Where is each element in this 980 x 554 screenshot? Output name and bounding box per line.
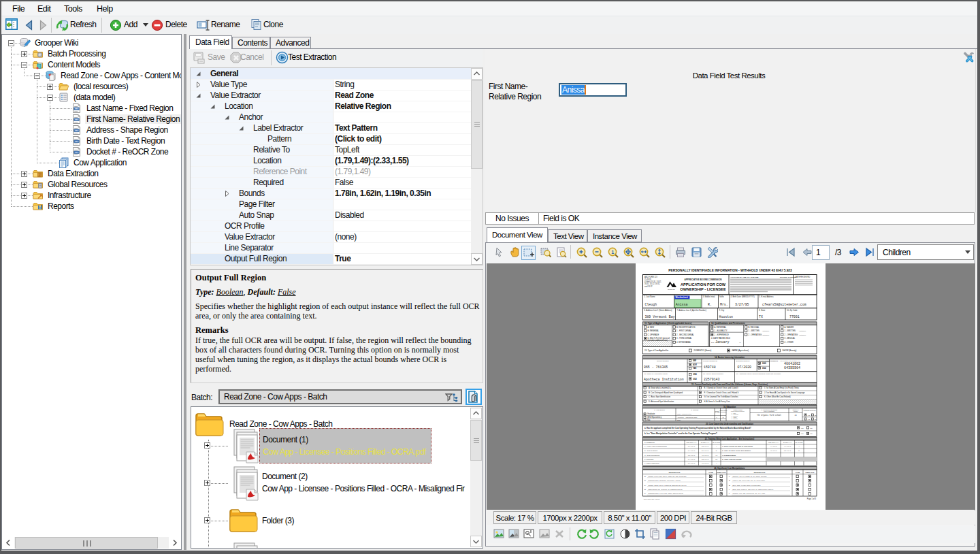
svg-text:AGR: AGR bbox=[693, 363, 697, 366]
svg-text:07/2016: 07/2016 bbox=[688, 455, 696, 457]
svg-text:2 - Cow Systems: 2 - Cow Systems bbox=[644, 450, 658, 452]
svg-text:ABC FORM 123 (7-2016): ABC FORM 123 (7-2016) bbox=[643, 498, 660, 500]
svg-text:a. High School: a. High School bbox=[654, 409, 665, 411]
svg-text:g.: g. bbox=[729, 480, 731, 482]
svg-text:2 - EXPERIENCE: 2 - EXPERIENCE bbox=[715, 333, 729, 336]
svg-text:13: 13 bbox=[715, 455, 718, 457]
svg-text:1. Last Name: 1. Last Name bbox=[644, 295, 655, 298]
svg-text:DESCRIPTION: DESCRIPTION bbox=[669, 472, 681, 474]
svg-text:Facility Docket Numbers: Facility Docket Numbers bbox=[758, 360, 779, 362]
svg-text:10. Zip Code: 10. Zip Code bbox=[787, 309, 798, 312]
svg-text:17. Additional Facility Docke: 17. Additional Facility Docket Numbers (… bbox=[736, 373, 781, 375]
svg-text:Anissa: Anissa bbox=[676, 303, 688, 306]
svg-text:(Category): (Category) bbox=[799, 334, 806, 336]
svg-text:12. Qualifications and Permis: 12. Qualifications and Permissions bbox=[711, 322, 745, 325]
svg-text:B. RENEWAL: B. RENEWAL bbox=[648, 329, 659, 332]
svg-text:22579143: 22579143 bbox=[704, 378, 720, 381]
svg-text:ABC FORM 123: ABC FORM 123 bbox=[644, 276, 657, 278]
svg-text:4. Birth Date: (MM/DD/YYYY): 4. Birth Date: (MM/DD/YYYY) bbox=[731, 295, 755, 298]
svg-text:1 - FIRST DENIAL: 1 - FIRST DENIAL bbox=[676, 329, 692, 332]
svg-text:060: 060 bbox=[762, 362, 766, 365]
svg-text:43 EHU 53.31, 53.32,: 43 EHU 53.31, 53.32, bbox=[644, 280, 662, 283]
svg-text:Demonstrated excellent udder m: Demonstrated excellent udder manipulatio… bbox=[649, 493, 684, 495]
svg-text:TAN: TAN bbox=[693, 367, 696, 370]
svg-text:FARM (Agriculture): FARM (Agriculture) bbox=[732, 349, 749, 352]
svg-text:ABC BOVINE: ABC BOVINE bbox=[668, 289, 676, 290]
svg-text:8. State: 8. State bbox=[759, 309, 766, 312]
svg-text:16. Name of Applicant's Facil: 16. Name of Applicant's Facility bbox=[644, 373, 668, 375]
svg-text:A. Know what a mammal is.: A. Know what a mammal is. bbox=[649, 387, 671, 389]
svg-text:FARM: FARM bbox=[796, 472, 800, 473]
svg-text:04/2016: 04/2016 bbox=[688, 459, 696, 461]
svg-text:Timely and efficient use of cu: Timely and efficient use of cultivator bbox=[733, 480, 766, 482]
svg-text:052: 052 bbox=[693, 378, 698, 380]
svg-text:BPD: BPD bbox=[711, 342, 715, 343]
svg-text:C. UPGRADE: C. UPGRADE bbox=[648, 333, 659, 336]
svg-text:GED Equivalency: GED Equivalency bbox=[647, 416, 662, 419]
svg-text:OWNERSHIP - LICENSEE: OWNERSHIP - LICENSEE bbox=[680, 287, 726, 291]
svg-text:c.: c. bbox=[644, 485, 646, 487]
svg-text:Agriculture - Agribusiness Mgm: Agriculture - Agribusiness Mgmt bbox=[677, 417, 698, 418]
svg-text:SHOW (Beauty): SHOW (Beauty) bbox=[783, 349, 797, 352]
svg-text:Stacker skills shown to be abo: Stacker skills shown to be about average bbox=[733, 476, 768, 478]
svg-text:5 - Doctoral: 5 - Doctoral bbox=[732, 418, 738, 419]
svg-text:46641062: 46641062 bbox=[784, 362, 800, 366]
svg-text:Type of Training: Type of Training bbox=[764, 410, 774, 412]
svg-text:License Number(s): License Number(s) bbox=[703, 360, 717, 362]
svg-text:Docket Number: Docket Number bbox=[657, 360, 669, 362]
svg-text:20. Cow Ownership Understandi: 20. Cow Ownership Understanding and Qual… bbox=[706, 423, 753, 425]
svg-text:A. NEW: A. NEW bbox=[648, 326, 655, 329]
svg-text:FARM: FARM bbox=[708, 472, 713, 473]
svg-text:16. Education: 16. Education bbox=[723, 406, 736, 408]
svg-text:03/2017: 03/2017 bbox=[702, 459, 709, 461]
svg-text:Certificate Received: Certificate Received bbox=[804, 410, 816, 411]
svg-text:4. DATE PASSED BCD: 4. DATE PASSED BCD bbox=[711, 337, 730, 340]
svg-text:cfears58@sitemeter.com: cfears58@sitemeter.com bbox=[762, 303, 806, 306]
svg-text:159748: 159748 bbox=[704, 365, 716, 369]
svg-text:11. Type of Application (Chec: 11. Type of Application (Check applicabl… bbox=[644, 322, 691, 325]
svg-text:Westborland: Westborland bbox=[675, 296, 687, 299]
svg-text:06/2016: 06/2016 bbox=[702, 450, 709, 452]
svg-text:24: 24 bbox=[794, 414, 797, 417]
svg-text:050: 050 bbox=[693, 373, 698, 376]
svg-text:64395964: 64395964 bbox=[784, 366, 800, 370]
svg-text:28: 28 bbox=[715, 459, 718, 461]
svg-text:Page 1 of 3: Page 1 of 3 bbox=[807, 498, 817, 500]
svg-text:No. of Hours: No. of Hours bbox=[713, 442, 720, 443]
svg-text:14. Bovine Licensing Informat: 14. Bovine Licensing Information bbox=[715, 356, 745, 359]
svg-text:APPROVED BY OMB: NO. 5762-008: APPROVED BY OMB: NO. 5762-0085 bbox=[730, 276, 759, 278]
svg-text:4 - OTHER: 4 - OTHER bbox=[785, 341, 794, 344]
svg-text:3 - Cow Procedures: 3 - Cow Procedures bbox=[644, 455, 660, 457]
svg-text:January: January bbox=[715, 340, 730, 344]
svg-text:e.: e. bbox=[644, 493, 646, 495]
svg-text:SNF: SNF bbox=[693, 359, 697, 362]
svg-text:DATE RECEIVED: DATE RECEIVED bbox=[795, 276, 810, 278]
svg-text:b.: b. bbox=[644, 480, 647, 482]
svg-text:From (MM/YYYY): From (MM/YYYY) bbox=[768, 442, 779, 443]
svg-text:g. Other (Specify below): g. Other (Specify below) bbox=[722, 459, 742, 461]
svg-text:Barn kept orderly and free of: Barn kept orderly and free of unnecessar… bbox=[733, 489, 774, 491]
svg-text:F. I Owned an Ostrich Once, a: F. I Owned an Ostrich Once, and I Hated … bbox=[704, 391, 739, 394]
svg-text:TX: TX bbox=[759, 315, 763, 319]
svg-text:Showed excellent basic handlin: Showed excellent basic handling and tech… bbox=[649, 476, 687, 478]
svg-text:Showed adept dairy rotation mo: Showed adept dairy rotation monitoring s… bbox=[649, 485, 687, 487]
svg-text:(use multiple if for multiple): (use multiple if for multiple) (1) bbox=[780, 360, 800, 361]
svg-text:No. of Hours: No. of Hours bbox=[796, 442, 803, 443]
svg-text:a. Has the applicant complete: a. Has the applicant completed the Cow O… bbox=[644, 427, 751, 429]
svg-text:Months: Months bbox=[794, 410, 798, 412]
svg-text:2 - OPERATING: 2 - OPERATING bbox=[785, 333, 798, 336]
svg-text:J. I've Heard A Cow Speak in: J. I've Heard A Cow Speak in Its Secret … bbox=[764, 391, 805, 394]
svg-text:Bulk tank cleanliness exceptio: Bulk tank cleanliness exceptional bbox=[733, 485, 762, 487]
svg-text:N/a: N/a bbox=[647, 419, 651, 421]
svg-text:PERSONALLY IDENTIFIABLE INFORM: PERSONALLY IDENTIFIABLE INFORMATION - WI… bbox=[668, 269, 792, 272]
svg-text:R.: R. bbox=[708, 303, 712, 306]
svg-text:(Cow Basis): (Cow Basis) bbox=[720, 411, 727, 412]
svg-text:DESCRIPTION: DESCRIPTION bbox=[754, 472, 766, 474]
svg-text:DOMESTIC (Home): DOMESTIC (Home) bbox=[694, 349, 712, 352]
svg-text:E. I Owned an Ostrich Once, a: E. I Owned an Ostrich Once, and I Liked … bbox=[704, 387, 739, 389]
svg-text:07/2020: 07/2020 bbox=[738, 365, 752, 369]
svg-text:10/2016: 10/2016 bbox=[702, 455, 709, 457]
svg-text:d.: d. bbox=[644, 489, 647, 491]
svg-text:1: 1 bbox=[611, 249, 614, 255]
svg-text:Apotheca Institution: Apotheca Institution bbox=[644, 378, 684, 381]
